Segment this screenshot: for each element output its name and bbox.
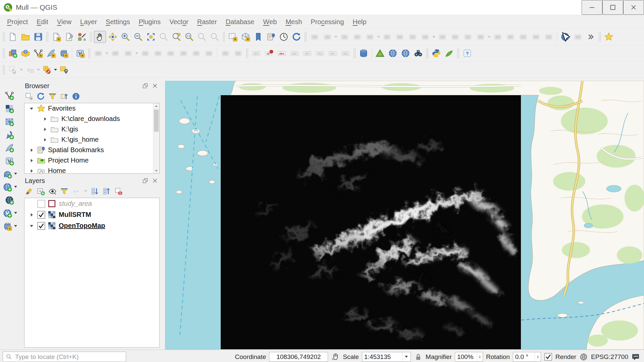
inactive-tool-16-button[interactable] xyxy=(517,31,529,43)
menu-view[interactable]: View xyxy=(53,15,76,28)
zoom-full-button[interactable] xyxy=(145,31,157,43)
current-edits-dropdown-icon[interactable] xyxy=(105,47,109,59)
add-raster-layer-button[interactable] xyxy=(4,103,15,114)
zoom-last-button[interactable] xyxy=(196,31,208,43)
browser-item-favorites[interactable]: Favorites xyxy=(24,103,159,114)
messages-icon[interactable] xyxy=(631,353,640,361)
menu-project[interactable]: Project xyxy=(3,15,32,28)
browser-undock-button[interactable] xyxy=(142,82,149,89)
show-layout-manager-button[interactable] xyxy=(63,31,75,43)
locate-input[interactable] xyxy=(14,353,123,361)
help-contents-button[interactable]: ? xyxy=(461,47,473,59)
menu-help[interactable]: Help xyxy=(348,15,371,28)
current-edits-button[interactable] xyxy=(92,47,104,59)
new-spatial-bookmark-button[interactable] xyxy=(252,31,264,43)
save-project-button[interactable] xyxy=(32,31,44,43)
inactive-tool-15-button[interactable] xyxy=(504,31,517,43)
locate-box[interactable] xyxy=(3,352,126,362)
maximize-button[interactable] xyxy=(602,0,623,15)
zoom-next-button[interactable] xyxy=(209,31,221,43)
pan-map-to-selection-button[interactable] xyxy=(107,31,119,43)
scroll-down-icon[interactable] xyxy=(153,168,159,173)
highlight-pinned-labels-button[interactable]: ab xyxy=(263,47,275,59)
expand-icon[interactable] xyxy=(41,136,49,144)
label-tool-5-button[interactable]: abc xyxy=(327,47,339,59)
expand-icon[interactable] xyxy=(41,125,49,133)
inactive-tool-5-dropdown-icon[interactable] xyxy=(376,31,381,43)
temporal-controller-button[interactable] xyxy=(278,31,290,43)
select-features-button[interactable] xyxy=(7,64,19,76)
cut-features-button[interactable] xyxy=(177,47,190,59)
layer-visibility-checkbox[interactable] xyxy=(37,222,46,230)
inactive-tool-2-button[interactable] xyxy=(321,31,333,43)
add-mesh-layer-button[interactable] xyxy=(4,116,15,127)
layer-visibility-checkbox[interactable] xyxy=(37,199,46,208)
menu-settings[interactable]: Settings xyxy=(101,15,134,28)
scale-combobox[interactable]: 1:453135 xyxy=(362,352,411,362)
show-spatial-bookmarks-button[interactable] xyxy=(265,31,277,43)
save-layer-edits-button[interactable] xyxy=(122,47,134,59)
layers-close-button[interactable] xyxy=(152,177,159,184)
menu-mesh[interactable]: Mesh xyxy=(281,15,306,28)
redo-button[interactable] xyxy=(232,47,244,59)
add-mesh-chip-layer-button[interactable] xyxy=(2,221,13,232)
collapse-all-button[interactable] xyxy=(60,92,69,101)
information-tool-button[interactable] xyxy=(559,31,571,43)
close-button[interactable] xyxy=(623,0,644,15)
expand-icon[interactable] xyxy=(27,167,36,174)
add-selected-layers-button[interactable] xyxy=(25,92,34,101)
add-virtual-layer-button[interactable] xyxy=(74,47,86,59)
browser-item-spatial-bookmarks[interactable]: Spatial Bookmarks xyxy=(24,145,159,155)
coordinate-input[interactable] xyxy=(269,352,328,362)
save-layer-edits-dropdown-icon[interactable] xyxy=(135,47,139,59)
inactive-tool-3-button[interactable] xyxy=(338,31,351,43)
menu-plugins[interactable]: Plugins xyxy=(134,15,165,28)
favorites-button[interactable] xyxy=(603,31,615,43)
filter-by-expression-button[interactable]: ε xyxy=(72,187,80,195)
add-postgis-layer-dropdown-icon[interactable] xyxy=(13,168,18,180)
add-vector-layer-button[interactable] xyxy=(4,90,15,101)
inactive-tool-19-button[interactable] xyxy=(572,31,584,43)
db-manager-button[interactable] xyxy=(358,47,370,59)
inactive-tool-18-button[interactable] xyxy=(543,31,555,43)
label-tool-4-button[interactable]: abc xyxy=(314,47,326,59)
menu-raster[interactable]: Raster xyxy=(193,15,221,28)
web-service-1-button[interactable] xyxy=(387,47,399,59)
filter-browser-button[interactable] xyxy=(48,92,57,101)
zoom-to-native-button[interactable]: 1:1 xyxy=(183,31,195,43)
add-mesh-chip-layer-dropdown-icon[interactable] xyxy=(13,220,18,232)
open-layer-styling-button[interactable] xyxy=(25,187,34,195)
extents-mouse-icon[interactable] xyxy=(331,353,340,361)
inactive-tool-9-button[interactable] xyxy=(419,31,431,43)
add-group-button[interactable] xyxy=(37,187,45,195)
menu-edit[interactable]: Edit xyxy=(32,15,52,28)
layer-visibility-checkbox[interactable] xyxy=(37,210,46,219)
label-tool-6-button[interactable]: abc xyxy=(339,47,352,59)
crs-globe-icon[interactable] xyxy=(579,353,588,361)
browser-item-k-gis[interactable]: K:\gis xyxy=(24,124,159,134)
add-spatialite-layer-button[interactable] xyxy=(4,142,15,154)
inactive-tool-10-button[interactable] xyxy=(436,31,448,43)
pan-map-button[interactable] xyxy=(94,31,106,43)
grass-tools-button[interactable] xyxy=(374,47,386,59)
zoom-out-button[interactable] xyxy=(132,31,144,43)
add-virtual-layer-button[interactable] xyxy=(4,155,15,167)
digitize-tool-2-button[interactable] xyxy=(152,47,164,59)
inactive-tool-11-button[interactable] xyxy=(449,31,461,43)
add-mesh-layer-button[interactable] xyxy=(58,47,70,59)
add-postgis-layer-button[interactable] xyxy=(2,168,13,180)
zoom-to-layer-button[interactable] xyxy=(170,31,182,43)
inactive-tool-8-button[interactable] xyxy=(407,31,419,43)
add-wms-layer-dropdown-icon[interactable] xyxy=(13,181,18,193)
select-by-value-button[interactable] xyxy=(58,64,70,76)
menu-processing[interactable]: Processing xyxy=(306,15,348,28)
expand-icon[interactable] xyxy=(41,115,49,123)
undo-button[interactable] xyxy=(219,47,231,59)
browser-item-k-clare-downloads[interactable]: K:\clare_downloads xyxy=(24,114,159,124)
menu-web[interactable]: Web xyxy=(259,15,281,28)
render-checkbox[interactable] xyxy=(544,353,552,361)
web-service-2-button[interactable] xyxy=(399,47,412,59)
menu-database[interactable]: Database xyxy=(221,15,259,28)
inactive-tool-4-button[interactable] xyxy=(351,31,363,43)
spinner-arrows-icon[interactable] xyxy=(477,352,483,361)
